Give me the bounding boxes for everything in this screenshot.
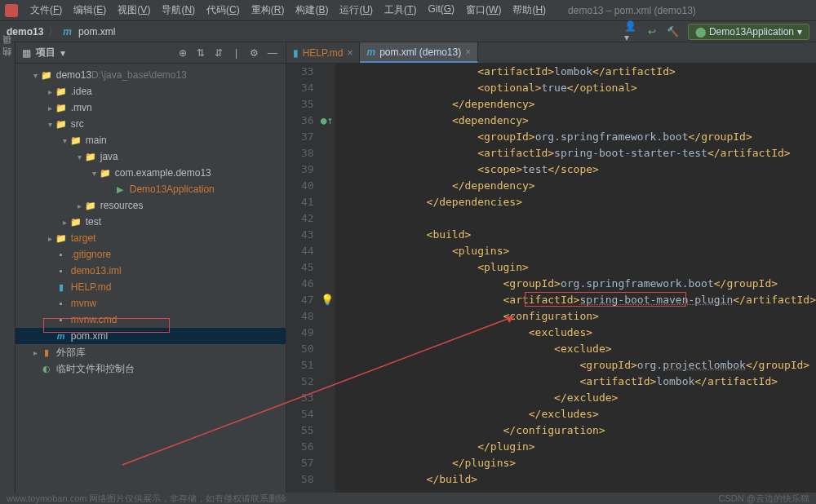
expand-arrow-icon[interactable] [47,283,55,292]
menu-g[interactable]: Git(G) [422,3,460,17]
bulb-icon[interactable]: 💡 [321,294,334,306]
tree-label: 外部库 [56,346,86,360]
code-line[interactable]: <excludes> [335,325,816,341]
code-line[interactable]: </dependencies> [335,194,816,210]
expand-arrow-icon[interactable] [105,185,113,194]
code-line[interactable]: <groupId>org.projectlombok</groupId> [335,357,816,374]
code-line[interactable]: <artifactId>spring-boot-starter-test</ar… [335,145,816,161]
close-icon[interactable]: × [465,46,471,58]
menu-n[interactable]: 导航(N) [156,3,201,17]
hide-icon[interactable]: — [266,46,279,60]
code-line[interactable]: <groupId>org.springframework.boot</group… [335,129,816,145]
tree-row[interactable]: ▪.gitignore [16,246,286,263]
code-content[interactable]: <artifactId>lombok</artifactId> <optiona… [335,64,816,493]
tree-row[interactable]: ▸▮外部库 [16,344,286,360]
tree-row[interactable]: ▾📁main [16,132,286,148]
menu-r[interactable]: 重构(R) [246,3,290,17]
tree-row[interactable]: ▪mvnw [16,295,286,312]
code-line[interactable]: <scope>test</scope> [335,161,816,178]
expand-arrow-icon[interactable]: ▸ [32,348,40,357]
expand-arrow-icon[interactable] [32,365,40,374]
expand-arrow-icon[interactable]: ▾ [32,71,40,80]
menu-f[interactable]: 文件(F) [24,3,68,17]
menu-w[interactable]: 窗口(W) [460,3,507,17]
expand-arrow-icon[interactable]: ▸ [47,104,55,113]
editor-tab[interactable]: ▮HELP.md× [286,42,361,63]
tree-row[interactable]: ▾📁src [16,116,286,132]
breadcrumb-project[interactable]: demo13 [7,26,43,38]
tree-row[interactable]: ▸📁target [16,230,286,246]
tree-row[interactable]: ▶Demo13Application [16,181,286,197]
close-icon[interactable]: × [347,47,353,59]
collapse-all-icon[interactable]: ⇵ [212,46,225,60]
code-line[interactable]: </excludes> [335,406,816,422]
project-dropdown-icon[interactable]: ▦ [22,47,31,59]
menu-v[interactable]: 视图(V) [112,3,156,17]
tree-row[interactable]: ▸📁.idea [16,83,286,99]
expand-arrow-icon[interactable]: ▸ [47,87,55,96]
code-line[interactable]: </configuration> [335,422,816,439]
expand-all-icon[interactable]: ⇅ [194,46,207,60]
project-vertical-tab[interactable]: 项目 [1,47,13,54]
hammer-icon[interactable]: 🔨 [667,25,680,38]
chevron-down-icon[interactable]: ▾ [60,47,65,59]
expand-arrow-icon[interactable]: ▾ [47,120,55,129]
menu-u[interactable]: 运行(U) [334,3,379,17]
code-line[interactable]: </build> [335,471,816,488]
code-line[interactable]: <artifactId>lombok</artifactId> [335,64,816,80]
breadcrumb-file[interactable]: pom.xml [78,26,115,38]
user-dropdown-icon[interactable]: 👤▾ [624,25,637,38]
expand-arrow-icon[interactable] [47,332,55,341]
project-tree[interactable]: ▾📁demo13 D:\java_base\demo13▸📁.idea▸📁.mv… [16,64,286,380]
tree-row[interactable]: ◐临时文件和控制台 [16,360,286,377]
expand-arrow-icon[interactable]: ▸ [61,218,69,227]
tree-row[interactable]: ▪mvnw.cmd [16,312,286,328]
editor-tab[interactable]: mpom.xml (demo13)× [360,42,478,63]
expand-arrow-icon[interactable]: ▸ [76,201,84,210]
code-line[interactable]: <configuration> [335,308,816,325]
expand-arrow-icon[interactable] [47,316,55,325]
code-line[interactable]: </plugins> [335,455,816,471]
menu-e[interactable]: 编辑(E) [68,3,112,17]
code-line[interactable]: <dependency> [335,113,816,129]
code-line[interactable]: </plugin> [335,439,816,455]
code-line[interactable]: </dependency> [335,178,816,194]
gear-icon[interactable]: ⚙ [248,46,261,60]
tree-row[interactable]: mpom.xml [16,328,286,344]
tree-row[interactable]: ▸📁.mvn [16,99,286,116]
code-line[interactable]: <groupId>org.springframework.boot</group… [335,276,816,292]
menu-b[interactable]: 构建(B) [290,3,334,17]
expand-arrow-icon[interactable]: ▸ [47,234,55,243]
code-line[interactable]: <exclude> [335,341,816,357]
tree-row[interactable]: ▮HELP.md [16,279,286,295]
tree-row[interactable]: ▪demo13.iml [16,263,286,279]
expand-arrow-icon[interactable] [47,267,55,276]
tree-row[interactable]: ▾📁demo13 D:\java_base\demo13 [16,67,286,83]
code-line[interactable]: </exclude> [335,390,816,406]
code-line[interactable] [335,210,816,227]
tree-row[interactable]: ▾📁java [16,148,286,165]
code-line[interactable]: <plugins> [335,243,816,259]
expand-arrow-icon[interactable] [47,299,55,308]
expand-arrow-icon[interactable]: ▾ [76,153,84,161]
structure-vertical-tab[interactable]: 结构 [1,60,13,67]
select-opened-file-icon[interactable]: ⊕ [176,46,189,60]
tree-row[interactable]: ▸📁resources [16,197,286,214]
menu-t[interactable]: 工具(T) [379,3,422,17]
code-line[interactable]: <build> [335,227,816,243]
code-line[interactable]: </dependency> [335,96,816,113]
expand-arrow-icon[interactable]: ▾ [61,136,69,145]
code-line[interactable]: <plugin> [335,259,816,276]
tree-row[interactable]: ▸📁test [16,214,286,230]
menu-h[interactable]: 帮助(H) [507,3,552,17]
code-area[interactable]: 3334353637383940414243444546474849505152… [286,64,816,493]
code-line[interactable]: <optional>true</optional> [335,80,816,96]
expand-arrow-icon[interactable] [47,250,55,259]
run-gutter-icon[interactable]: ●↑ [321,114,334,126]
menu-c[interactable]: 代码(C) [201,3,246,17]
back-icon[interactable]: ↩ [645,25,659,38]
code-line[interactable]: <artifactId>lombok</artifactId> [335,374,816,390]
run-configuration[interactable]: ⬤ Demo13Application ▾ [688,24,809,40]
tree-row[interactable]: ▾📁com.example.demo13 [16,165,286,181]
expand-arrow-icon[interactable]: ▾ [91,169,99,178]
